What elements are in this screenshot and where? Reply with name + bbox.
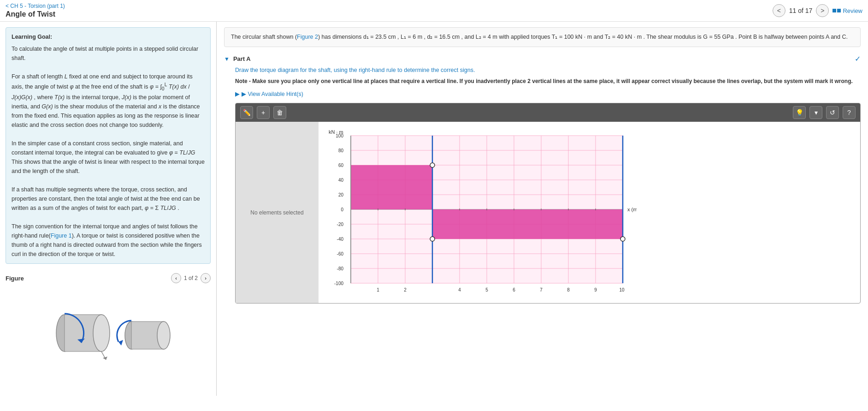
svg-point-39: [430, 237, 435, 241]
part-a-checkmark: ✓: [855, 54, 861, 63]
svg-text:-100: -100: [334, 281, 343, 286]
part-a-section: ▼ Part A ✓ Draw the torque diagram for t…: [224, 54, 861, 304]
graph-svg: kN · m: [323, 126, 637, 297]
left-panel: Learning Goal: To calculate the angle of…: [0, 22, 217, 396]
hint-tool-button[interactable]: 💡: [793, 106, 806, 119]
top-bar-left: < CH 5 - Torsion (part 1) Angle of Twist: [6, 3, 65, 18]
svg-point-5: [157, 322, 170, 349]
para1: For a shaft of length L fixed at one end…: [12, 72, 205, 130]
hint-label: ▶ View Available Hint(s): [242, 90, 303, 97]
figure-header: Figure ‹ 1 of 2 ›: [6, 273, 211, 283]
problem-text-rest: ) has dimensions d₁ = 23.5 cm , L₁ = 6 m…: [318, 34, 848, 40]
toolbar-left: ✏️ + 🗑: [240, 106, 286, 119]
learning-goal-text: To calculate the angle of twist at multi…: [12, 44, 205, 63]
graph-container: ✏️ + 🗑 💡 ▾ ↺ ?: [235, 103, 861, 304]
svg-text:-60: -60: [337, 251, 344, 256]
x-axis-label: x (m): [627, 207, 637, 212]
figure-section: Figure ‹ 1 of 2 ›: [6, 273, 211, 370]
undo-tool-button[interactable]: ↺: [826, 106, 839, 119]
figure2-link[interactable]: Figure 2: [297, 34, 318, 40]
learning-goal-box: Learning Goal: To calculate the angle of…: [6, 27, 211, 264]
note-bold: Note - Make sure you place only one vert…: [235, 78, 853, 84]
svg-marker-8: [103, 357, 107, 360]
part-a-header[interactable]: ▼ Part A ✓: [224, 54, 861, 63]
part-a-arrow: ▼: [224, 56, 230, 62]
page-title: Angle of Twist: [6, 10, 65, 18]
svg-text:9: 9: [594, 287, 597, 292]
graph-main[interactable]: kN · m: [319, 122, 860, 303]
para3: If a shaft has multiple segments where t…: [12, 185, 205, 213]
svg-rect-34: [432, 209, 623, 239]
para2: In the simpler case of a constant cross …: [12, 139, 205, 176]
svg-text:10: 10: [619, 287, 625, 292]
svg-point-37: [430, 163, 435, 167]
svg-text:5: 5: [485, 287, 488, 292]
svg-text:8: 8: [567, 287, 570, 292]
para4: The sign convention for the internal tor…: [12, 222, 205, 259]
svg-text:7: 7: [540, 287, 543, 292]
learning-goal-title: Learning Goal:: [12, 32, 205, 42]
help-tool-button[interactable]: ?: [843, 106, 856, 119]
svg-text:1: 1: [377, 287, 379, 292]
pencil-tool-button[interactable]: ✏️: [240, 106, 253, 119]
figure-prev-btn[interactable]: ‹: [171, 273, 181, 283]
hint-link[interactable]: ▶ ▶ View Available Hint(s): [235, 90, 861, 97]
svg-text:4: 4: [458, 287, 461, 292]
svg-text:2: 2: [404, 287, 407, 292]
review-icon: [833, 9, 841, 12]
top-bar-right: < 11 of 17 > Review: [773, 4, 862, 17]
svg-text:40: 40: [338, 178, 344, 183]
delete-tool-button[interactable]: 🗑: [273, 106, 286, 119]
no-elements-label: No elements selected: [250, 209, 303, 216]
graph-body: No elements selected kN · m: [236, 122, 860, 303]
figure-image: [6, 287, 211, 370]
figure-next-btn[interactable]: ›: [201, 273, 211, 283]
problem-statement: The circular shaft shown (Figure 2) has …: [224, 27, 861, 47]
chapter-link[interactable]: < CH 5 - Torsion (part 1): [6, 3, 65, 9]
part-a-title: Part A: [233, 55, 251, 62]
page-counter: 11 of 17: [789, 7, 813, 14]
add-tool-button[interactable]: +: [257, 106, 270, 119]
svg-text:20: 20: [338, 192, 344, 197]
figure-counter: 1 of 2: [184, 275, 198, 281]
top-bar: < CH 5 - Torsion (part 1) Angle of Twist…: [0, 0, 868, 22]
svg-text:60: 60: [338, 163, 344, 168]
main-layout: Learning Goal: To calculate the angle of…: [0, 22, 868, 396]
toolbar-right: 💡 ▾ ↺ ?: [793, 106, 856, 119]
svg-point-2: [93, 315, 110, 351]
graph-toolbar: ✏️ + 🗑 💡 ▾ ↺ ?: [236, 103, 860, 122]
problem-intro: The circular shaft shown (: [231, 34, 297, 40]
svg-text:100: 100: [336, 133, 343, 138]
svg-text:-40: -40: [337, 237, 344, 242]
dropdown-tool-button[interactable]: ▾: [809, 106, 822, 119]
prev-button[interactable]: <: [773, 4, 785, 17]
svg-marker-9: [118, 340, 123, 345]
figure-svg: [25, 292, 191, 365]
instruction-text: Draw the torque diagram for the shaft, u…: [235, 67, 861, 73]
svg-rect-33: [351, 165, 432, 209]
hint-arrow-icon: ▶: [235, 90, 240, 97]
review-button[interactable]: Review: [833, 7, 862, 14]
svg-text:-80: -80: [337, 266, 344, 271]
svg-text:0: 0: [341, 207, 343, 212]
note-text: Note - Make sure you place only one vert…: [235, 77, 861, 86]
next-button[interactable]: >: [816, 4, 829, 17]
svg-text:80: 80: [338, 148, 344, 153]
right-panel: The circular shaft shown (Figure 2) has …: [217, 22, 868, 396]
review-label: Review: [843, 7, 862, 14]
graph-sidebar-left: No elements selected: [236, 122, 319, 303]
figure-nav: ‹ 1 of 2 ›: [171, 273, 211, 283]
svg-text:6: 6: [513, 287, 515, 292]
svg-text:-20: -20: [337, 222, 344, 227]
figure-title: Figure: [6, 275, 24, 282]
svg-point-38: [620, 237, 625, 241]
